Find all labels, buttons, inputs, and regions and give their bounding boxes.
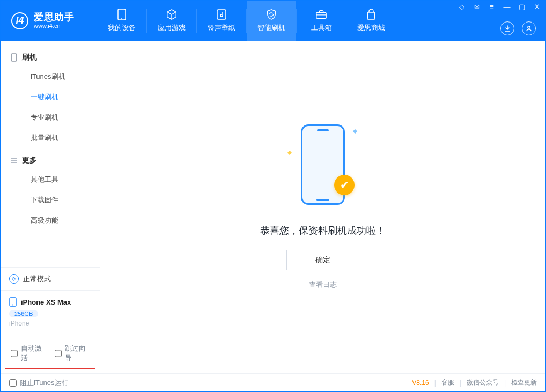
nav-ringtone-wallpaper[interactable]: 铃声壁纸 <box>197 1 246 41</box>
device-mode-block: ⟳ 正常模式 <box>1 267 100 290</box>
sparkle-icon <box>353 129 357 134</box>
cube-icon <box>166 9 178 20</box>
auto-activate-input[interactable] <box>11 350 18 357</box>
version-label: V8.16 <box>412 379 429 387</box>
device-info-block[interactable]: iPhone XS Max 256GB iPhone <box>1 290 100 334</box>
minimize-button[interactable]: — <box>503 3 511 11</box>
block-itunes-label: 阻止iTunes运行 <box>20 378 69 388</box>
account-button[interactable] <box>522 21 536 35</box>
ok-button[interactable]: 确定 <box>286 250 359 270</box>
block-itunes-input[interactable] <box>9 379 17 387</box>
nav-label: 应用游戏 <box>158 23 186 33</box>
nav-label: 工具箱 <box>311 23 332 33</box>
checkbox-block-itunes[interactable]: 阻止iTunes运行 <box>9 378 69 388</box>
footer-link-update[interactable]: 检查更新 <box>511 378 537 387</box>
sidebar-group-more: 更多 其他工具 下载固件 高级功能 <box>1 151 100 234</box>
bottom-options-highlight: 自动激活 跳过向导 <box>5 338 95 369</box>
skip-wizard-label: 跳过向导 <box>65 344 90 363</box>
footer-link-support[interactable]: 客服 <box>441 378 454 387</box>
close-button[interactable]: ✕ <box>533 3 541 11</box>
main-content: ✔ 恭喜您，保资料刷机成功啦！ 确定 查看日志 <box>100 41 545 373</box>
logo: i4 爱思助手 www.i4.cn <box>1 1 97 41</box>
body: 刷机 iTunes刷机 一键刷机 专业刷机 批量刷机 更多 其他工具 <box>1 41 545 373</box>
mode-row[interactable]: ⟳ 正常模式 <box>9 274 91 284</box>
nav-label: 铃声壁纸 <box>208 23 235 33</box>
phone-outline-icon <box>10 54 18 61</box>
nav-label: 爱思商城 <box>357 23 385 33</box>
auto-activate-label: 自动激活 <box>21 344 46 363</box>
list-icon <box>10 157 18 164</box>
sidebar-item-other-tools[interactable]: 其他工具 <box>1 169 100 190</box>
nav-store[interactable]: 爱思商城 <box>346 1 396 41</box>
nav-apps-games[interactable]: 应用游戏 <box>147 1 196 41</box>
success-message: 恭喜您，保资料刷机成功啦！ <box>260 224 386 237</box>
device-name: iPhone XS Max <box>21 298 71 306</box>
storage-badge: 256GB <box>9 310 38 317</box>
sidebar-item-oneclick-flash[interactable]: 一键刷机 <box>1 87 100 107</box>
device-icon <box>9 297 17 307</box>
app-name: 爱思助手 <box>34 12 75 23</box>
app-url: www.i4.cn <box>34 23 75 29</box>
toolbox-icon <box>315 9 327 20</box>
sidebar-group-flash: 刷机 iTunes刷机 一键刷机 专业刷机 批量刷机 <box>1 48 100 151</box>
sparkle-icon <box>287 151 292 155</box>
skip-wizard-input[interactable] <box>55 350 62 357</box>
view-log-link[interactable]: 查看日志 <box>309 280 337 290</box>
svg-rect-5 <box>11 54 17 61</box>
theme-icon[interactable]: ◇ <box>458 3 466 11</box>
svg-point-7 <box>12 305 13 306</box>
sidebar-item-advanced[interactable]: 高级功能 <box>1 210 100 231</box>
logo-icon: i4 <box>11 12 28 29</box>
footer: 阻止iTunes运行 V8.16 | 客服 | 微信公众号 | 检查更新 <box>1 373 545 391</box>
svg-point-4 <box>528 26 530 28</box>
music-note-icon <box>216 9 227 20</box>
app-window: i4 爱思助手 www.i4.cn 我的设备 应用游戏 <box>0 0 546 392</box>
sidebar-item-download-firmware[interactable]: 下载固件 <box>1 190 100 210</box>
nav-toolbox[interactable]: 工具箱 <box>297 1 346 41</box>
sidebar-item-itunes-flash[interactable]: iTunes刷机 <box>1 66 100 87</box>
device-icon <box>116 9 128 20</box>
group-title: 刷机 <box>22 53 37 62</box>
nav-label: 我的设备 <box>108 23 136 33</box>
nav-my-device[interactable]: 我的设备 <box>97 1 146 41</box>
window-controls: ◇ ✉ ≡ — ▢ ✕ <box>458 3 541 11</box>
maximize-button[interactable]: ▢ <box>518 3 526 11</box>
shield-refresh-icon <box>265 9 277 20</box>
nav-smart-flash[interactable]: 智能刷机 <box>247 1 296 41</box>
svg-rect-3 <box>316 12 326 18</box>
feedback-icon[interactable]: ✉ <box>473 3 481 11</box>
bag-icon <box>365 9 377 20</box>
svg-point-1 <box>121 18 122 19</box>
checkbox-auto-activate[interactable]: 自动激活 <box>11 344 46 363</box>
header-actions <box>500 21 536 35</box>
success-illustration: ✔ <box>288 124 358 210</box>
sidebar: 刷机 iTunes刷机 一键刷机 专业刷机 批量刷机 更多 其他工具 <box>1 41 100 373</box>
sidebar-item-batch-flash[interactable]: 批量刷机 <box>1 128 100 148</box>
check-badge-icon: ✔ <box>334 175 355 195</box>
mode-icon: ⟳ <box>9 274 19 284</box>
mode-label: 正常模式 <box>23 274 51 284</box>
download-button[interactable] <box>500 21 514 35</box>
checkbox-skip-wizard[interactable]: 跳过向导 <box>55 344 90 363</box>
sidebar-item-pro-flash[interactable]: 专业刷机 <box>1 107 100 128</box>
header: i4 爱思助手 www.i4.cn 我的设备 应用游戏 <box>1 1 545 41</box>
group-title: 更多 <box>22 156 37 165</box>
nav-label: 智能刷机 <box>257 23 285 33</box>
device-type: iPhone <box>9 320 91 327</box>
menu-icon[interactable]: ≡ <box>488 3 496 11</box>
footer-link-wechat[interactable]: 微信公众号 <box>467 378 499 387</box>
